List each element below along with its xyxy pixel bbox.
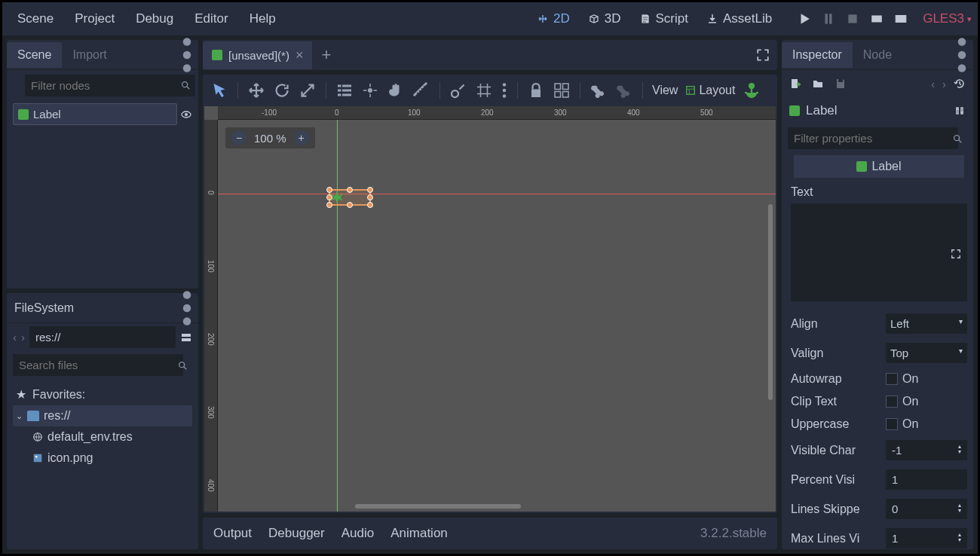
pause-button[interactable] <box>822 12 835 26</box>
inspector-node-name[interactable]: Label <box>806 103 838 118</box>
prop-cliptext-checkbox[interactable]: On <box>886 395 967 408</box>
distraction-free-button[interactable] <box>756 48 770 62</box>
prop-percentvisible-label: Percent Visi <box>791 473 881 487</box>
bone-button[interactable] <box>590 81 608 99</box>
zoom-in-button[interactable]: + <box>294 130 309 145</box>
expand-icon[interactable] <box>951 249 961 259</box>
snap-options[interactable] <box>501 81 508 99</box>
viewport-2d[interactable]: -100 0 100 200 300 400 500 0 100 200 300… <box>204 106 776 512</box>
fs-search-input[interactable] <box>13 354 183 376</box>
prop-text-input[interactable] <box>791 203 967 301</box>
group-button[interactable] <box>553 81 571 99</box>
close-tab-button[interactable]: × <box>296 47 304 63</box>
svg-point-16 <box>35 456 38 458</box>
menu-help[interactable]: Help <box>240 7 285 31</box>
new-resource-button[interactable] <box>789 78 801 90</box>
select-tool[interactable] <box>210 81 228 99</box>
bottom-panel-tabs: Output Debugger Audio Animation 3.2.2.st… <box>203 518 777 549</box>
zoom-out-button[interactable]: − <box>231 130 247 145</box>
filter-properties-input[interactable] <box>788 127 958 149</box>
menu-debug[interactable]: Debug <box>127 7 182 31</box>
prop-percentvisible-input[interactable]: 1 <box>886 469 967 490</box>
tab-node[interactable]: Node <box>853 42 902 68</box>
svg-point-18 <box>452 90 458 97</box>
menu-editor[interactable]: Editor <box>185 7 237 31</box>
rotate-tool[interactable] <box>273 81 291 99</box>
play-scene-button[interactable] <box>870 12 884 26</box>
lock-button[interactable] <box>527 81 545 99</box>
object-properties-icon[interactable] <box>954 105 966 117</box>
add-tab-button[interactable]: + <box>312 45 340 65</box>
view-menu[interactable]: View <box>652 84 678 97</box>
label-node-icon <box>212 50 222 60</box>
grid-snap-toggle[interactable] <box>475 81 493 99</box>
ruler-horizontal: -100 0 100 200 300 400 500 <box>218 106 776 120</box>
play-button[interactable] <box>798 12 811 26</box>
save-resource-button[interactable] <box>835 78 847 90</box>
tab-import[interactable]: Import <box>62 42 117 68</box>
tab-inspector[interactable]: Inspector <box>782 42 853 68</box>
horizontal-scrollbar[interactable] <box>355 504 521 509</box>
debugger-tab[interactable]: Debugger <box>268 526 325 541</box>
history-button[interactable] <box>954 78 966 90</box>
bone-options[interactable] <box>615 81 633 99</box>
scene-tabs: [unsaved](*) × + <box>203 40 777 70</box>
pivot-tool[interactable] <box>361 81 379 99</box>
fs-split-button[interactable] <box>180 331 192 344</box>
move-tool[interactable] <box>247 81 265 99</box>
resource-icon <box>32 432 43 442</box>
svg-point-9 <box>183 304 191 312</box>
history-back-button[interactable]: ‹ <box>931 78 935 90</box>
prop-autowrap-checkbox[interactable]: On <box>886 372 967 386</box>
fs-file-item[interactable]: default_env.tres <box>13 426 192 448</box>
fs-forward-button[interactable]: › <box>21 331 25 344</box>
anchor-button[interactable] <box>743 81 761 99</box>
output-tab[interactable]: Output <box>213 526 252 541</box>
vertical-scrollbar[interactable] <box>768 204 773 400</box>
filter-nodes-input[interactable] <box>25 75 195 96</box>
scene-root-node[interactable]: Label <box>13 103 177 125</box>
prop-valign-label: Valign <box>791 347 881 360</box>
fs-path-input[interactable]: res:// <box>29 326 176 348</box>
visibility-icon[interactable] <box>180 108 192 121</box>
fs-back-button[interactable]: ‹ <box>13 331 17 344</box>
filesystem-title: FileSystem <box>7 295 81 321</box>
snap-toggle[interactable] <box>449 81 467 99</box>
play-custom-button[interactable] <box>894 12 908 26</box>
prop-valign-select[interactable]: Top▾ <box>886 343 967 363</box>
menu-scene[interactable]: Scene <box>8 7 63 31</box>
selected-node-gizmo[interactable] <box>329 189 371 206</box>
inspector-category[interactable]: Label <box>794 155 964 178</box>
list-select-tool[interactable] <box>335 81 354 99</box>
layout-menu[interactable]: Layout <box>685 84 735 97</box>
zoom-level[interactable]: 100 % <box>254 132 286 145</box>
x-axis <box>218 194 776 194</box>
prop-uppercase-checkbox[interactable]: On <box>886 417 967 431</box>
stop-button[interactable] <box>846 12 859 26</box>
menu-project[interactable]: Project <box>66 7 124 31</box>
svg-rect-26 <box>563 92 569 98</box>
mode-2d-button[interactable]: 2D <box>529 7 577 31</box>
prop-visiblechar-input[interactable]: -1▴▾ <box>886 440 967 460</box>
fs-root-folder[interactable]: ⌄ res:// <box>13 405 192 426</box>
svg-point-21 <box>503 94 507 98</box>
history-forward-button[interactable]: › <box>942 78 946 90</box>
prop-linesskipped-input[interactable]: 0▴▾ <box>886 499 967 519</box>
mode-assetlib-button[interactable]: AssetLib <box>699 7 779 31</box>
tab-scene[interactable]: Scene <box>7 42 62 68</box>
fs-favorites[interactable]: ★ Favorites: <box>13 383 192 405</box>
scale-tool[interactable] <box>299 81 317 99</box>
layout-icon <box>685 85 696 96</box>
renderer-selector[interactable]: GLES3 ▾ <box>923 11 972 26</box>
prop-maxlines-input[interactable]: 1▴▾ <box>886 528 967 548</box>
fs-file-item[interactable]: icon.png <box>13 448 192 469</box>
pan-tool[interactable] <box>387 81 405 99</box>
animation-tab[interactable]: Animation <box>390 526 448 541</box>
prop-align-select[interactable]: Left▾ <box>886 313 967 334</box>
ruler-tool[interactable] <box>412 81 430 99</box>
load-resource-button[interactable] <box>812 78 824 90</box>
mode-script-button[interactable]: Script <box>632 7 696 31</box>
scene-tab[interactable]: [unsaved](*) × <box>203 41 312 69</box>
mode-3d-button[interactable]: 3D <box>580 7 629 31</box>
audio-tab[interactable]: Audio <box>341 526 374 541</box>
